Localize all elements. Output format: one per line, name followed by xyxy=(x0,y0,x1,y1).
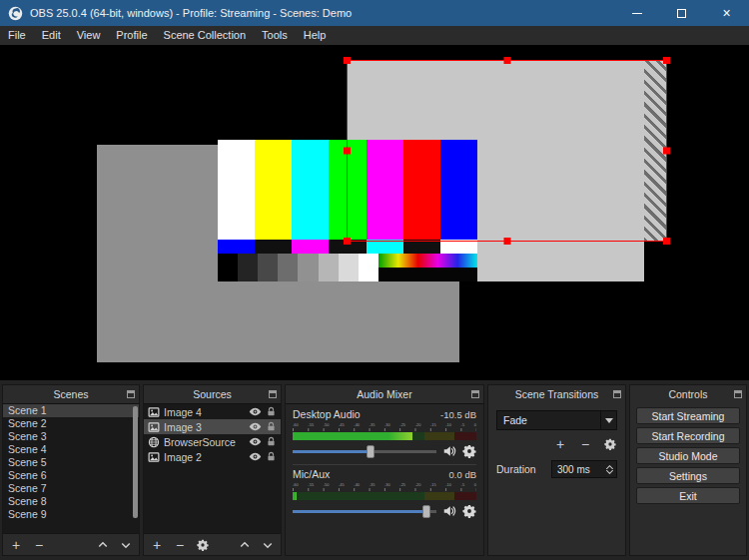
volume-meter xyxy=(293,492,476,500)
menu-profile[interactable]: Profile xyxy=(108,26,155,45)
transition-properties-gear-icon[interactable] xyxy=(603,437,617,451)
close-icon: × xyxy=(722,6,730,20)
sources-header[interactable]: Sources xyxy=(144,385,281,403)
start-streaming-button[interactable]: Start Streaming xyxy=(636,407,740,424)
dock-popout-icon[interactable] xyxy=(613,390,621,398)
lock-icon[interactable] xyxy=(266,421,277,432)
selection-handle-w[interactable] xyxy=(344,148,351,155)
sources-list[interactable]: Image 4 Image 3 BrowserSource xyxy=(144,403,281,533)
scene-list-item[interactable]: Scene 2 xyxy=(3,417,139,430)
scene-list-item[interactable]: Scene 5 xyxy=(3,456,139,469)
volume-slider-handle[interactable] xyxy=(422,505,430,518)
dock-popout-icon[interactable] xyxy=(471,390,479,398)
menu-scene-collection[interactable]: Scene Collection xyxy=(156,26,255,45)
menu-view[interactable]: View xyxy=(69,26,109,45)
scene-list-item[interactable]: Scene 6 xyxy=(3,469,139,482)
source-up-button[interactable] xyxy=(238,538,252,552)
source-properties-gear-icon[interactable] xyxy=(196,538,210,552)
selection-handle-s[interactable] xyxy=(503,238,510,245)
source-down-button[interactable] xyxy=(261,538,275,552)
speaker-icon[interactable] xyxy=(442,444,456,458)
volume-slider-handle[interactable] xyxy=(367,445,374,458)
selection-handle-se[interactable] xyxy=(663,238,670,245)
lock-icon[interactable] xyxy=(266,451,277,462)
volume-slider[interactable] xyxy=(293,450,436,453)
close-button[interactable]: × xyxy=(704,0,749,26)
scene-up-button[interactable] xyxy=(96,538,110,552)
volume-slider[interactable] xyxy=(293,510,436,513)
scene-list-item[interactable]: Scene 1 xyxy=(3,404,139,417)
titlebar[interactable]: OBS 25.0.4 (64-bit, windows) - Profile: … xyxy=(0,0,749,26)
minimize-button[interactable] xyxy=(614,0,659,26)
transition-selected-value: Fade xyxy=(497,414,600,426)
lock-icon[interactable] xyxy=(266,406,277,417)
scenes-header[interactable]: Scenes xyxy=(3,385,139,403)
add-scene-button[interactable]: + xyxy=(9,538,23,552)
selection-handle-e[interactable] xyxy=(663,148,670,155)
selection-border[interactable] xyxy=(347,60,667,242)
source-list-item[interactable]: Image 3 xyxy=(144,419,281,434)
mixer-channel-desktop-audio: Desktop Audio -10.5 dB -60-55-50-45-40-3… xyxy=(293,408,476,460)
remove-transition-button[interactable]: − xyxy=(578,437,592,451)
mixer-header[interactable]: Audio Mixer xyxy=(286,385,483,403)
channel-settings-gear-icon[interactable] xyxy=(462,504,476,518)
selection-handle-sw[interactable] xyxy=(344,238,351,245)
visibility-eye-icon[interactable] xyxy=(249,450,262,463)
spin-down-icon[interactable] xyxy=(606,470,613,474)
dock-popout-icon[interactable] xyxy=(734,390,742,398)
scale-label: -10 xyxy=(445,422,451,427)
maximize-button[interactable] xyxy=(659,0,704,26)
controls-header[interactable]: Controls xyxy=(630,385,746,403)
source-name: Image 4 xyxy=(164,406,245,418)
visibility-eye-icon[interactable] xyxy=(249,405,262,418)
start-recording-button[interactable]: Start Recording xyxy=(636,427,740,444)
menu-tools[interactable]: Tools xyxy=(254,26,296,45)
rainbow-strip xyxy=(378,254,477,268)
preview-canvas[interactable] xyxy=(97,60,644,362)
scene-list-item[interactable]: Scene 8 xyxy=(3,495,139,508)
meter-scale: -60-55-50-45-40-35-30-25-20-15-10-50 xyxy=(293,482,476,487)
transition-select[interactable]: Fade xyxy=(496,410,617,430)
duration-spinbox[interactable]: 300 ms xyxy=(551,460,617,478)
scene-list-item[interactable]: Scene 3 xyxy=(3,430,139,443)
scenes-list[interactable]: Scene 1 Scene 2 Scene 3 Scene 4 Scene 5 … xyxy=(3,403,139,533)
black-strip xyxy=(378,268,477,281)
color-bar xyxy=(255,140,292,240)
menu-file[interactable]: File xyxy=(0,26,34,45)
add-source-button[interactable]: + xyxy=(150,538,164,552)
browser-source-icon xyxy=(148,436,160,448)
selection-handle-nw[interactable] xyxy=(344,57,351,64)
channel-settings-gear-icon[interactable] xyxy=(462,444,476,458)
scene-down-button[interactable] xyxy=(119,538,133,552)
menu-edit[interactable]: Edit xyxy=(34,26,69,45)
lock-icon[interactable] xyxy=(266,436,277,447)
remove-scene-button[interactable]: − xyxy=(32,538,46,552)
dock-popout-icon[interactable] xyxy=(269,390,277,398)
source-list-item[interactable]: Image 4 xyxy=(144,404,281,419)
source-gray-lower[interactable] xyxy=(459,242,644,281)
visibility-eye-icon[interactable] xyxy=(249,435,262,448)
exit-button[interactable]: Exit xyxy=(636,487,740,504)
speaker-icon[interactable] xyxy=(442,504,456,518)
transitions-header[interactable]: Scene Transitions xyxy=(488,385,625,403)
scenes-scrollbar[interactable] xyxy=(133,406,138,518)
scale-label: -15 xyxy=(430,422,436,427)
dock-popout-icon[interactable] xyxy=(127,390,135,398)
source-list-item[interactable]: Image 2 xyxy=(144,449,281,464)
settings-button[interactable]: Settings xyxy=(636,467,740,484)
scene-list-item[interactable]: Scene 9 xyxy=(3,508,139,521)
remove-source-button[interactable]: − xyxy=(173,538,187,552)
spin-up-icon[interactable] xyxy=(606,465,613,469)
studio-mode-button[interactable]: Studio Mode xyxy=(636,447,740,464)
visibility-eye-icon[interactable] xyxy=(249,420,262,433)
color-bar xyxy=(292,240,329,254)
scene-list-item[interactable]: Scene 7 xyxy=(3,482,139,495)
selection-handle-ne[interactable] xyxy=(663,57,670,64)
add-transition-button[interactable]: + xyxy=(553,437,567,451)
selection-handle-n[interactable] xyxy=(503,57,510,64)
scale-label: -40 xyxy=(354,482,360,487)
source-list-item[interactable]: BrowserSource xyxy=(144,434,281,449)
menu-help[interactable]: Help xyxy=(296,26,335,45)
scene-list-item[interactable]: Scene 4 xyxy=(3,443,139,456)
gradient-block xyxy=(378,254,477,281)
